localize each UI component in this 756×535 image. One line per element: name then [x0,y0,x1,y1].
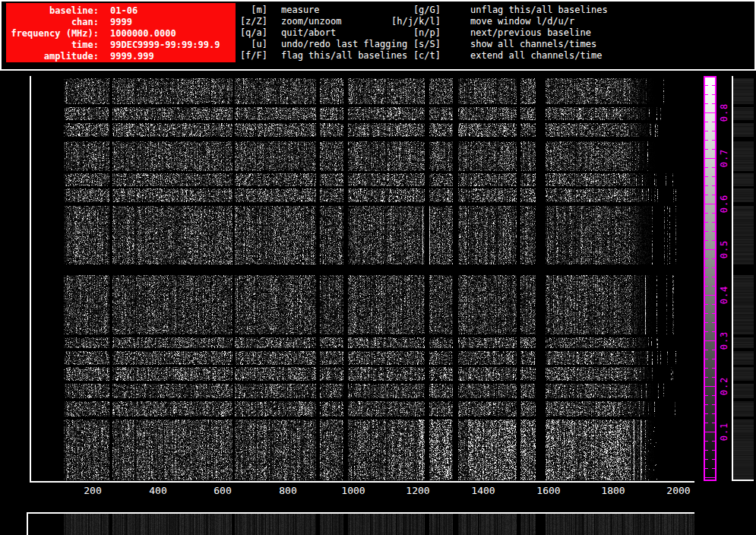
colorbar-tick [712,368,715,369]
colorbar-label-0-6: 0.6 [719,195,729,214]
colorbar-tick [710,112,715,113]
info-row-chan: chan: 9999 [6,17,236,28]
pgflag-window: baseline: 01-06 chan: 9999 frequency (MH… [0,0,756,535]
colorbar-label-0-5: 0.5 [719,240,729,259]
colorbar-tick [712,85,715,86]
x-axis-label-1400: 1400 [471,485,495,496]
colorbar-tick [705,94,708,95]
colorbar-tick [712,377,715,378]
colorbar-tick [705,103,708,104]
colorbar-gradient [705,78,715,480]
colorbar-tick [712,331,715,332]
time-value: 99DEC9999-99:99:99.9 [110,40,220,51]
colorbar-label-0-7: 0.7 [719,149,729,168]
shortcuts-column-2: [g/G] unflag this/all baselines [h/j/k/l… [384,5,608,62]
info-panel: baseline: 01-06 chan: 9999 frequency (MH… [6,3,236,62]
shortcut-desc: extend all channels/time [470,50,602,62]
colorbar-tick [712,185,715,186]
x-axis-label-1800: 1800 [601,485,625,496]
x-axis-label-1600: 1600 [536,485,560,496]
y-axis-line [30,76,31,483]
colorbar-tick [712,140,715,141]
colorbar-tick [705,140,708,141]
x-axis-line [30,481,694,483]
colorbar-tick [712,286,715,286]
colorbar-tick [712,176,715,177]
colorbar-tick [705,368,708,369]
colorbar-tick [712,222,715,223]
colorbar-tick [705,240,708,241]
colorbar-tick [712,103,715,104]
shortcut-desc: move window l/d/u/r [470,16,574,27]
shortcut-show-all: [s/S] show all channels/times [384,39,608,50]
colorbar-tick [705,423,708,423]
colorbar-tick [705,404,708,405]
colorbar-label-0-4: 0.4 [719,286,729,305]
shortcut-desc: next/previous baseline [470,27,591,39]
shortcut-move-window: [h/j/k/l] move window l/d/u/r [384,16,608,27]
colorbar-tick [705,468,708,469]
shortcut-desc: unflag this/all baselines [470,5,608,16]
amplitude-label: amplitude: [6,51,99,62]
colorbar-tick [712,350,715,350]
colorbar-tick [705,167,708,168]
amplitude-value: 9999.999 [110,51,154,62]
x-axis-label-1000: 1000 [341,485,365,496]
spectrum-strip-left-line [27,512,28,535]
colorbar-tick [712,441,715,442]
time-column-axis-line [732,76,733,481]
baseline-value: 01-06 [110,5,138,17]
frequency-value: 1000000.0000 [110,28,176,40]
x-axis-label-600: 600 [214,485,231,496]
colorbar-tick [705,277,708,277]
info-row-frequency: frequency (MHz): 1000000.0000 [6,28,236,40]
colorbar-tick [712,231,715,232]
shortcut-key: [c/t] [384,50,441,62]
colorbar-tick [712,313,715,314]
colorbar-tick [712,404,715,405]
colorbar-tick [705,441,708,442]
colorbar-tick [710,477,715,478]
colorbar-tick [712,413,715,414]
colorbar-tick [705,213,708,214]
time-column-bottom-line [732,480,754,481]
colorbar-tick [710,249,715,250]
colorbar-tick [705,176,708,177]
info-row-time: time: 99DEC9999-99:99:99.9 [6,40,236,51]
shortcut-key: [s/S] [384,39,441,50]
colorbar-label-0-8: 0.8 [719,103,729,122]
colorbar-tick [710,432,715,432]
shortcut-unflag: [g/G] unflag this/all baselines [384,5,608,16]
colorbar-tick [705,304,708,305]
shortcut-next-baseline: [n/p] next/previous baseline [384,27,608,39]
colorbar-tick [710,340,715,341]
shortcut-key: [n/p] [384,27,441,39]
colorbar-tick [712,395,715,396]
colorbar-tick [710,158,715,159]
colorbar-tick [712,149,715,150]
colorbar-tick [712,468,715,469]
colorbar-tick [710,204,715,204]
shortcut-key: [g/G] [384,5,441,16]
colorbar-tick [712,359,715,359]
colorbar-label-0-1: 0.1 [719,423,729,442]
colorbar-tick [705,131,708,131]
shortcut-key: [q/a] [237,27,267,39]
shortcut-key: [h/j/k/l] [384,16,441,27]
colorbar-tick [705,286,708,286]
shortcut-key: [u] [237,39,267,50]
colorbar-tick [712,167,715,168]
baseline-label: baseline: [6,5,99,17]
waterfall-plot-canvas[interactable] [31,76,694,481]
time-label: time: [6,40,99,51]
shortcut-measure: [m] measure [237,5,407,16]
colorbar-tick [712,122,715,122]
shortcut-extend: [c/t] extend all channels/time [384,50,608,62]
colorbar-wedge [704,76,716,481]
colorbar-tick [712,277,715,277]
colorbar-tick [705,313,708,314]
shortcut-desc: quit/abort [281,27,336,39]
chan-value: 9999 [110,17,132,28]
colorbar-tick [712,450,715,451]
colorbar-tick [712,258,715,259]
